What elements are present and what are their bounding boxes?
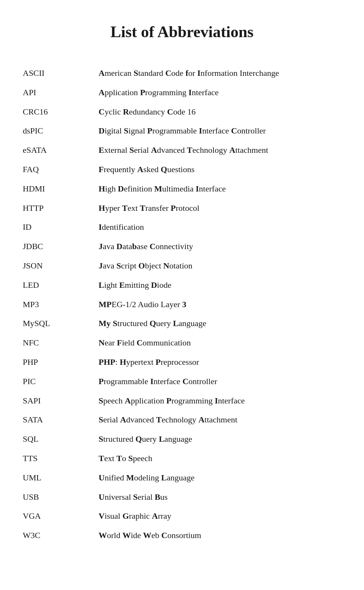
abbreviation-full: Near Field Communication xyxy=(99,333,341,353)
abbreviation-full: Hyper Text Transfer Protocol xyxy=(99,199,341,218)
abbreviation-term: API xyxy=(23,83,99,102)
abbreviation-full: Identification xyxy=(99,218,341,237)
table-row: CRC16Cyclic Redundancy Code 16 xyxy=(23,102,341,122)
abbreviation-term: JSON xyxy=(23,256,99,276)
abbreviation-full: High Definition Multimedia Interface xyxy=(99,179,341,199)
abbreviation-term: USB xyxy=(23,488,99,507)
abbreviation-full: Java Database Connectivity xyxy=(99,237,341,256)
abbreviation-term: FAQ xyxy=(23,160,99,179)
table-row: dsPICDigital Signal Programmable Interfa… xyxy=(23,121,341,141)
abbreviation-term: eSATA xyxy=(23,141,99,160)
abbreviation-term: NFC xyxy=(23,333,99,353)
table-row: W3CWorld Wide Web Consortium xyxy=(23,526,341,545)
abbreviation-term: LED xyxy=(23,276,99,295)
table-row: LEDLight Emitting Diode xyxy=(23,276,341,295)
table-row: APIApplication Programming Interface xyxy=(23,83,341,102)
table-row: HTTPHyper Text Transfer Protocol xyxy=(23,199,341,218)
table-row: IDIdentification xyxy=(23,218,341,237)
abbreviation-term: VGA xyxy=(23,507,99,526)
abbreviation-term: CRC16 xyxy=(23,102,99,122)
table-row: PHPPHP: Hypertext Preprocessor xyxy=(23,353,341,372)
abbreviation-term: ID xyxy=(23,218,99,237)
abbreviation-term: SAPI xyxy=(23,391,99,411)
abbreviation-full: Frequently Asked Questions xyxy=(99,160,341,179)
table-row: FAQFrequently Asked Questions xyxy=(23,160,341,179)
table-row: UMLUnified Modeling Language xyxy=(23,468,341,488)
page-title: List of Abbreviations xyxy=(23,23,341,41)
abbreviation-term: MP3 xyxy=(23,295,99,314)
abbreviation-full: Text To Speech xyxy=(99,449,341,468)
table-row: SAPISpeech Application Programming Inter… xyxy=(23,391,341,411)
table-row: HDMIHigh Definition Multimedia Interface xyxy=(23,179,341,199)
table-row: JSONJava Script Object Notation xyxy=(23,256,341,276)
table-row: TTSText To Speech xyxy=(23,449,341,468)
abbreviation-term: PIC xyxy=(23,372,99,391)
abbreviation-term: MySQL xyxy=(23,314,99,333)
abbreviation-full: World Wide Web Consortium xyxy=(99,526,341,545)
abbreviation-term: TTS xyxy=(23,449,99,468)
abbreviation-full: Java Script Object Notation xyxy=(99,256,341,276)
abbreviation-term: SATA xyxy=(23,410,99,430)
abbreviation-term: PHP xyxy=(23,353,99,372)
abbreviation-full: MPEG-1/2 Audio Layer 3 xyxy=(99,295,341,314)
abbreviation-full: Application Programming Interface xyxy=(99,83,341,102)
table-row: SQLStructured Query Language xyxy=(23,430,341,449)
abbreviation-full: My Structured Query Language xyxy=(99,314,341,333)
abbreviation-full: Visual Graphic Array xyxy=(99,507,341,526)
abbreviation-full: Universal Serial Bus xyxy=(99,488,341,507)
abbreviation-full: Programmable Interface Controller xyxy=(99,372,341,391)
abbreviation-term: JDBC xyxy=(23,237,99,256)
table-row: JDBCJava Database Connectivity xyxy=(23,237,341,256)
abbreviation-term: UML xyxy=(23,468,99,488)
abbreviation-full: Structured Query Language xyxy=(99,430,341,449)
abbreviation-full: External Serial Advanced Technology Atta… xyxy=(99,141,341,160)
abbreviation-term: SQL xyxy=(23,430,99,449)
abbreviation-full: Digital Signal Programmable Interface Co… xyxy=(99,121,341,141)
abbreviation-term: HTTP xyxy=(23,199,99,218)
table-row: SATASerial Advanced Technology Attachmen… xyxy=(23,410,341,430)
abbreviation-full: American Standard Code for Information I… xyxy=(99,64,341,83)
abbreviation-full: Serial Advanced Technology Attachment xyxy=(99,410,341,430)
abbreviation-full: Unified Modeling Language xyxy=(99,468,341,488)
abbreviations-table: ASCIIAmerican Standard Code for Informat… xyxy=(23,64,341,545)
abbreviation-full: PHP: Hypertext Preprocessor xyxy=(99,353,341,372)
abbreviation-term: dsPIC xyxy=(23,121,99,141)
table-row: eSATAExternal Serial Advanced Technology… xyxy=(23,141,341,160)
abbreviation-full: Cyclic Redundancy Code 16 xyxy=(99,102,341,122)
table-row: MP3MPEG-1/2 Audio Layer 3 xyxy=(23,295,341,314)
abbreviation-term: ASCII xyxy=(23,64,99,83)
table-row: ASCIIAmerican Standard Code for Informat… xyxy=(23,64,341,83)
table-row: MySQLMy Structured Query Language xyxy=(23,314,341,333)
table-row: VGAVisual Graphic Array xyxy=(23,507,341,526)
abbreviation-full: Light Emitting Diode xyxy=(99,276,341,295)
table-row: USBUniversal Serial Bus xyxy=(23,488,341,507)
table-row: NFCNear Field Communication xyxy=(23,333,341,353)
abbreviation-full: Speech Application Programming Interface xyxy=(99,391,341,411)
abbreviation-term: W3C xyxy=(23,526,99,545)
table-row: PICProgrammable Interface Controller xyxy=(23,372,341,391)
abbreviation-term: HDMI xyxy=(23,179,99,199)
